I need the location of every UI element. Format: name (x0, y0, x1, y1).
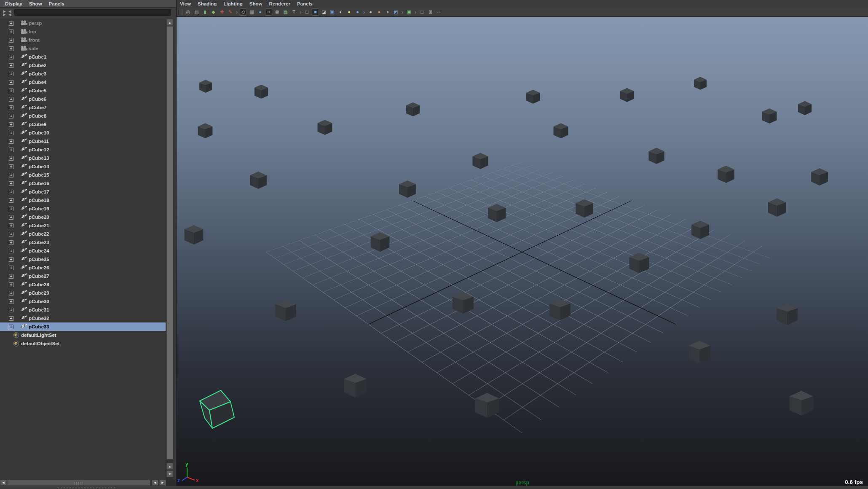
scene-cube-object[interactable] (691, 220, 709, 239)
vertical-scroll-thumb[interactable] (166, 26, 173, 459)
expand-toggle-icon[interactable]: + (9, 105, 13, 110)
safe-action-icon[interactable]: ▩ (282, 8, 289, 16)
outliner-row-pCube3[interactable]: + pCube3 (0, 70, 166, 78)
outliner-row-pCube6[interactable]: + pCube6 (0, 95, 166, 103)
isolate-select-icon[interactable]: ▣ (405, 8, 413, 16)
image-plane-icon[interactable]: ◆ (210, 8, 217, 16)
outliner-row-pCube7[interactable]: + pCube7 (0, 103, 166, 112)
outliner-row-pCube26[interactable]: + pCube26 (0, 263, 166, 272)
3d-viewport-canvas[interactable]: persp 0.6 fps y x z (177, 17, 868, 486)
outliner-menu-show[interactable]: Show (29, 1, 42, 6)
pan-zoom-icon[interactable]: ✚ (218, 8, 225, 16)
outliner-row-pCube15[interactable]: + pCube15 (0, 171, 166, 179)
outliner-row-pCube20[interactable]: + pCube20 (0, 213, 166, 221)
scroll-right-button[interactable]: ▶ (159, 480, 166, 486)
use-all-lights-icon[interactable]: ● (346, 8, 353, 16)
expand-toggle-icon[interactable]: + (9, 164, 13, 169)
gate-mask-icon[interactable]: ○ (265, 8, 272, 16)
selected-cube-object[interactable] (200, 390, 234, 428)
outliner-row-pCube32[interactable]: + pCube32 (0, 314, 166, 322)
scene-cube-object[interactable] (762, 108, 777, 124)
smooth-shade-icon[interactable]: ■ (312, 8, 319, 16)
safe-title-icon[interactable]: T (290, 8, 297, 16)
expand-toggle-icon[interactable]: + (9, 21, 13, 26)
resolution-gate-icon[interactable]: ● (257, 8, 264, 16)
expand-toggle-icon[interactable]: + (9, 97, 13, 102)
expand-toggle-icon[interactable]: + (9, 325, 13, 329)
scene-cube-object[interactable] (199, 80, 212, 93)
outliner-row-pCube2[interactable]: + pCube2 (0, 61, 166, 70)
outliner-filter-icon[interactable] (2, 9, 12, 17)
expand-toggle-icon[interactable]: + (9, 122, 13, 127)
outliner-row-pCube29[interactable]: + pCube29 (0, 289, 166, 297)
grease-pencil-icon[interactable]: ✎ (227, 8, 234, 16)
viewport-menu-view[interactable]: View (180, 1, 191, 6)
expand-toggle-icon[interactable]: + (9, 63, 13, 68)
scene-cube-object[interactable] (453, 292, 474, 314)
scene-cube-object[interactable] (648, 148, 664, 164)
outliner-horizontal-scrollbar[interactable]: ◀ ◀ ▶ (0, 480, 166, 486)
outliner-row-top[interactable]: + top (0, 27, 166, 36)
outliner-row-front[interactable]: + front (0, 36, 166, 44)
expand-toggle-icon[interactable]: + (9, 156, 13, 161)
scene-cube-object[interactable] (399, 180, 416, 198)
expand-toggle-icon[interactable]: + (9, 114, 13, 118)
outliner-row-pCube12[interactable]: + pCube12 (0, 145, 166, 154)
outliner-row-pCube5[interactable]: + pCube5 (0, 86, 166, 95)
scene-cube-object[interactable] (526, 90, 540, 104)
expand-toggle-icon[interactable]: + (9, 215, 13, 220)
viewport-menu-shading[interactable]: Shading (198, 1, 217, 6)
hypergraph-icon[interactable]: ∴ (435, 8, 442, 16)
wire-cube-icon[interactable]: □ (418, 8, 426, 16)
outliner-filter-input[interactable] (14, 9, 171, 16)
use-default-material-icon[interactable]: ◐ (337, 8, 344, 16)
scene-cube-object[interactable] (576, 199, 593, 218)
expand-toggle-icon[interactable]: + (9, 198, 13, 203)
textured-icon[interactable]: ▣ (329, 8, 336, 16)
outliner-row-pCube10[interactable]: + pCube10 (0, 129, 166, 137)
outliner-row-pCube24[interactable]: + pCube24 (0, 247, 166, 255)
scene-cube-object[interactable] (488, 204, 506, 222)
outliner-row-pCube9[interactable]: + pCube9 (0, 120, 166, 129)
expand-toggle-icon[interactable]: + (9, 240, 13, 245)
scene-cube-object[interactable] (777, 304, 798, 325)
film-gate-icon[interactable]: ▥ (248, 8, 255, 16)
scroll-up-button[interactable]: ▲ (166, 19, 173, 26)
bookmarks-icon[interactable]: ▮ (201, 8, 209, 16)
shadows-icon[interactable]: ● (354, 8, 361, 16)
scene-cube-object[interactable] (689, 341, 710, 363)
outliner-row-pCube18[interactable]: + pCube18 (0, 196, 166, 204)
expand-toggle-icon[interactable]: + (9, 131, 13, 135)
outliner-row-pCube25[interactable]: + pCube25 (0, 255, 166, 263)
scene-cube-object[interactable] (554, 123, 568, 138)
default-material-sphere-icon[interactable]: ● (367, 8, 374, 16)
outliner-row-pCube17[interactable]: + pCube17 (0, 188, 166, 196)
scene-cube-object[interactable] (549, 299, 571, 320)
expand-toggle-icon[interactable]: + (9, 232, 13, 236)
expand-toggle-icon[interactable]: + (9, 30, 13, 34)
scene-cube-object[interactable] (255, 85, 268, 99)
scene-cube-object[interactable] (250, 172, 267, 189)
viewport-menu-lighting[interactable]: Lighting (223, 1, 242, 6)
scene-cube-object[interactable] (629, 253, 649, 273)
outliner-row-pCube21[interactable]: + pCube21 (0, 221, 166, 230)
outliner-row-pCube27[interactable]: + pCube27 (0, 272, 166, 280)
scene-cube-object[interactable] (275, 300, 296, 321)
expand-toggle-icon[interactable]: + (9, 139, 13, 144)
scene-cube-object[interactable] (406, 102, 420, 116)
horizontal-scroll-thumb[interactable] (7, 480, 150, 486)
outliner-vertical-scrollbar[interactable]: ▲ ▲ ▼ (166, 19, 173, 480)
textured-sphere-icon[interactable]: ● (375, 8, 383, 16)
expand-toggle-icon[interactable]: + (9, 282, 13, 287)
expand-toggle-icon[interactable]: + (9, 316, 13, 321)
camera-attributes-icon[interactable]: ▤ (193, 8, 200, 16)
outliner-row-pCube14[interactable]: + pCube14 (0, 162, 166, 171)
outliner-row-pCube23[interactable]: + pCube23 (0, 238, 166, 247)
outliner-row-defaultLightSet[interactable]: defaultLightSet (0, 331, 166, 339)
expand-toggle-icon[interactable]: + (9, 89, 13, 93)
expand-toggle-icon[interactable]: + (9, 72, 13, 76)
expand-toggle-icon[interactable]: + (9, 207, 13, 211)
expand-toggle-icon[interactable]: + (9, 46, 13, 51)
outliner-row-pCube16[interactable]: + pCube16 (0, 179, 166, 188)
scene-cube-object[interactable] (185, 225, 204, 244)
